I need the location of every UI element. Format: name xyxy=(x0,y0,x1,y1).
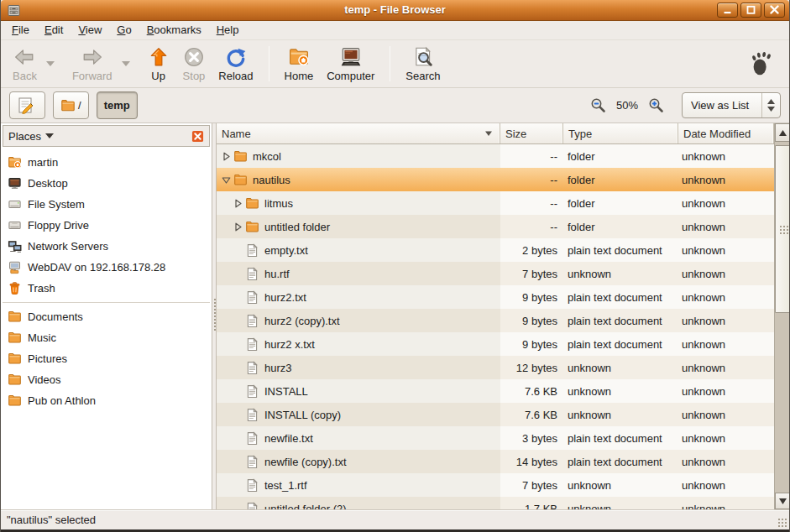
folder-icon xyxy=(8,352,22,366)
table-row[interactable]: newfile.txt3 bytesplain text documentunk… xyxy=(217,426,774,450)
column-header-label: Date Modified xyxy=(683,128,751,140)
expander-spacer xyxy=(233,386,243,397)
expander-spacer xyxy=(233,245,243,256)
table-row[interactable]: untitled folder--folderunknown xyxy=(217,215,774,238)
toolbar-button-reload[interactable]: Reload xyxy=(212,43,259,85)
file-name: INSTALL (copy) xyxy=(264,409,341,421)
expander-collapsed-icon[interactable] xyxy=(233,222,243,232)
status-text: "nautilus" selected xyxy=(1,514,96,526)
titlebar[interactable]: temp - File Browser xyxy=(1,0,789,21)
scrollbar-thumb[interactable] xyxy=(775,145,790,313)
table-row[interactable]: INSTALL (copy)7.6 KBunknownunknown xyxy=(217,403,774,426)
table-row[interactable]: mkcol--folderunknown xyxy=(217,144,774,168)
sidebar-item-floppy-drive[interactable]: Floppy Drive xyxy=(1,215,212,236)
cell-name: untitled folder xyxy=(217,215,500,238)
table-row[interactable]: hurz2 (copy).txt9 bytesplain text docume… xyxy=(217,309,774,332)
toolbar-button-computer[interactable]: Computer xyxy=(320,43,381,85)
table-row[interactable]: nautilus--folderunknown xyxy=(217,168,774,191)
table-row[interactable]: empty.txt2 bytesplain text documentunkno… xyxy=(217,238,774,262)
toolbar-button-label: Up xyxy=(151,70,165,82)
current-path-button[interactable]: temp xyxy=(97,91,138,119)
cell-size: 7.6 KB xyxy=(500,403,563,426)
computer-icon xyxy=(340,46,362,68)
menu-edit[interactable]: Edit xyxy=(37,21,71,39)
sidebar-item-label: Floppy Drive xyxy=(28,219,89,232)
back-icon xyxy=(13,46,35,68)
sidebar-item-webdav-on-192-168-178-28[interactable]: WebDAV on 192.168.178.28 xyxy=(1,257,212,278)
minimize-button[interactable] xyxy=(717,3,738,18)
sidebar-item-pub-on-athlon[interactable]: Pub on Athlon xyxy=(1,390,212,411)
column-header-date-modified[interactable]: Date Modified xyxy=(678,123,774,143)
text-file-icon xyxy=(245,243,259,258)
column-header-name[interactable]: Name xyxy=(217,123,500,143)
cell-name: hurz2 x.txt xyxy=(217,332,500,356)
table-row[interactable]: INSTALL7.6 KBunknownunknown xyxy=(217,379,774,403)
sidebar-item-pictures[interactable]: Pictures xyxy=(1,348,212,369)
sidebar-item-desktop[interactable]: Desktop xyxy=(1,173,212,194)
table-row[interactable]: test_1.rtf7 bytesunknownunknown xyxy=(217,473,774,497)
stop-icon xyxy=(183,46,205,68)
vertical-scrollbar[interactable] xyxy=(774,123,790,509)
sidebar-title: Places xyxy=(8,130,41,143)
maximize-button[interactable] xyxy=(740,3,761,18)
sidebar-close-icon[interactable] xyxy=(191,130,204,143)
menu-go[interactable]: Go xyxy=(109,21,139,39)
cell-size: 7 bytes xyxy=(500,473,563,497)
column-header-type[interactable]: Type xyxy=(563,123,678,143)
expander-expanded-icon[interactable] xyxy=(221,175,232,185)
cell-name: mkcol xyxy=(217,144,500,168)
column-headers: NameSizeTypeDate Modified xyxy=(217,123,774,144)
sidebar-item-videos[interactable]: Videos xyxy=(1,369,212,390)
cell-date: unknown xyxy=(678,356,774,379)
cell-type: plain text document xyxy=(563,238,678,262)
menu-bookmarks[interactable]: Bookmarks xyxy=(139,21,209,39)
toolbar-button-up[interactable]: Up xyxy=(141,43,176,85)
folder-icon xyxy=(8,373,22,387)
scroll-down-button[interactable] xyxy=(775,493,790,509)
sidebar-item-music[interactable]: Music xyxy=(1,327,212,348)
zoom-in-icon[interactable] xyxy=(648,97,664,113)
resize-grip[interactable] xyxy=(777,518,787,527)
sidebar-mode-header[interactable]: Places xyxy=(3,125,210,147)
cell-size: 3 bytes xyxy=(500,426,563,450)
content-area: Places martinDesktopFile SystemFloppy Dr… xyxy=(1,123,790,509)
table-row[interactable]: hu.rtf7 bytesunknownunknown xyxy=(217,262,774,285)
column-header-size[interactable]: Size xyxy=(500,123,563,143)
view-mode-select[interactable]: View as List xyxy=(682,92,781,118)
toolbar-button-stop: Stop xyxy=(176,43,212,85)
table-row[interactable]: untitled folder (2)1.7 KBunknownunknown xyxy=(217,497,774,509)
toolbar-button-forward: Forward xyxy=(65,43,119,85)
table-row[interactable]: hurz2 x.txt9 bytesplain text documentunk… xyxy=(217,332,774,356)
menu-help[interactable]: Help xyxy=(209,21,247,39)
close-button[interactable] xyxy=(764,3,785,18)
column-header-label: Type xyxy=(568,128,592,140)
cell-date: unknown xyxy=(678,403,774,426)
zoom-out-icon[interactable] xyxy=(590,97,606,113)
table-row[interactable]: newfile (copy).txt14 bytesplain text doc… xyxy=(217,450,774,473)
cell-type: folder xyxy=(563,191,678,215)
table-row[interactable]: litmus--folderunknown xyxy=(217,191,774,215)
table-row[interactable]: hurz312 bytesunknownunknown xyxy=(217,356,774,379)
table-row[interactable]: hurz2.txt9 bytesplain text documentunkno… xyxy=(217,285,774,309)
cell-type: plain text document xyxy=(563,332,678,356)
sidebar-item-documents[interactable]: Documents xyxy=(1,306,212,327)
text-file-icon xyxy=(245,408,259,422)
expander-collapsed-icon[interactable] xyxy=(221,151,232,162)
toggle-location-entry-button[interactable] xyxy=(9,91,45,119)
sidebar-item-network-servers[interactable]: Network Servers xyxy=(1,236,212,257)
sidebar-item-martin[interactable]: martin xyxy=(1,152,212,173)
expander-spacer xyxy=(233,433,243,444)
sidebar-item-label: Music xyxy=(28,331,56,344)
file-name: INSTALL xyxy=(264,385,308,398)
scroll-up-button[interactable] xyxy=(775,123,790,142)
expander-spacer xyxy=(233,409,243,420)
root-path-button[interactable]: / xyxy=(53,91,89,119)
toolbar-button-home[interactable]: Home xyxy=(278,43,321,85)
menu-file[interactable]: File xyxy=(4,21,37,39)
sidebar-item-trash[interactable]: Trash xyxy=(1,278,212,299)
sidebar-item-file-system[interactable]: File System xyxy=(1,194,212,215)
expander-collapsed-icon[interactable] xyxy=(233,198,243,209)
toolbar-button-search[interactable]: Search xyxy=(399,43,447,85)
sidebar-item-label: martin xyxy=(28,156,58,169)
menu-view[interactable]: View xyxy=(71,21,109,39)
